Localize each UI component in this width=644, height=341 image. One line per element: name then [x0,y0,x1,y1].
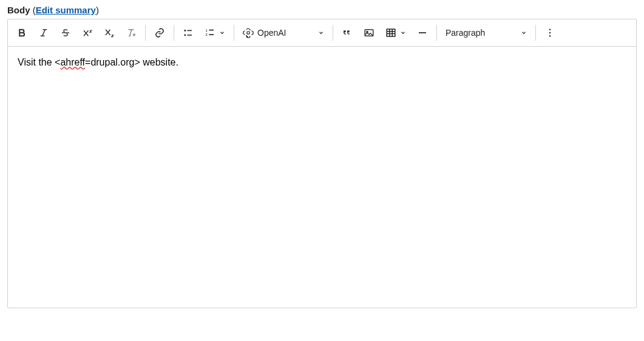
table-dropdown[interactable] [381,22,411,44]
strikethrough-icon [60,27,71,38]
svg-point-21 [247,32,250,35]
toolbar-separator [436,25,437,41]
svg-line-7 [106,30,110,35]
image-button[interactable] [359,22,379,44]
remove-format-icon [125,27,137,38]
chevron-down-icon [318,30,324,36]
more-options-icon [544,27,555,38]
toolbar-separator [145,25,146,41]
blockquote-button[interactable] [337,22,358,44]
editor-toolbar: 12 OpenAI [8,19,636,47]
svg-point-23 [367,31,368,32]
svg-point-32 [549,35,551,37]
svg-line-9 [130,30,132,36]
svg-line-6 [106,30,110,35]
toolbar-separator [333,25,333,41]
bold-button[interactable] [12,22,32,44]
svg-rect-16 [188,35,192,36]
field-label: Body (Edit summary) [7,5,637,15]
remove-format-button[interactable] [121,22,141,44]
horizontal-line-icon [417,27,428,38]
svg-line-5 [84,30,89,36]
content-text-prefix: Visit the < [18,57,60,67]
edit-summary-link[interactable]: Edit summary [36,5,96,15]
svg-line-12 [133,34,135,36]
svg-rect-24 [387,29,395,36]
strikethrough-button[interactable] [55,22,76,44]
chevron-down-icon [400,30,406,36]
superscript-icon [81,27,93,38]
svg-text:1: 1 [206,29,208,32]
toolbar-separator [174,25,174,41]
superscript-button[interactable] [77,22,98,44]
paren-close: ) [96,5,99,15]
link-icon [154,27,165,38]
italic-button[interactable] [33,22,54,44]
svg-line-11 [133,34,135,36]
svg-rect-15 [188,30,192,32]
table-icon [385,27,396,38]
svg-line-4 [84,30,89,36]
svg-text:2: 2 [206,33,208,36]
subscript-button[interactable] [99,22,120,44]
paragraph-format-dropdown[interactable]: Paragraph [441,22,532,44]
blockquote-icon [342,27,353,38]
editor-container: 12 OpenAI [7,19,637,308]
horizontal-line-button[interactable] [412,22,433,44]
paren-open: ( [30,5,36,15]
svg-rect-22 [365,30,373,36]
toolbar-separator [234,25,234,41]
label-body-text: Body [7,5,30,15]
bold-icon [16,27,27,38]
chevron-down-icon [219,30,225,36]
svg-point-14 [184,34,186,36]
svg-point-13 [184,30,186,32]
content-paragraph[interactable]: Visit the <ahreff=drupal.org> website. [18,55,626,70]
spellcheck-error: ahreff [60,57,85,67]
image-icon [364,27,375,38]
bulleted-list-button[interactable] [178,22,198,44]
svg-rect-19 [209,30,214,31]
svg-point-31 [549,32,551,34]
paragraph-label: Paragraph [446,28,485,38]
subscript-icon [103,27,115,38]
content-text-suffix: =drupal.org> website. [85,57,178,67]
chevron-down-icon [521,30,527,36]
editor-body[interactable]: Visit the <ahreff=drupal.org> website. [8,47,636,308]
link-button[interactable] [149,22,170,44]
openai-dropdown[interactable]: OpenAI [238,22,329,44]
numbered-list-dropdown[interactable]: 12 [200,22,230,44]
openai-label: OpenAI [257,28,286,38]
svg-line-2 [42,30,46,36]
svg-point-30 [549,29,551,30]
more-options-button[interactable] [540,22,560,44]
toolbar-separator [535,25,536,41]
italic-icon [38,27,49,38]
numbered-list-icon: 12 [205,27,215,38]
openai-icon [243,27,254,38]
svg-rect-20 [209,34,214,35]
bulleted-list-icon [183,27,194,38]
